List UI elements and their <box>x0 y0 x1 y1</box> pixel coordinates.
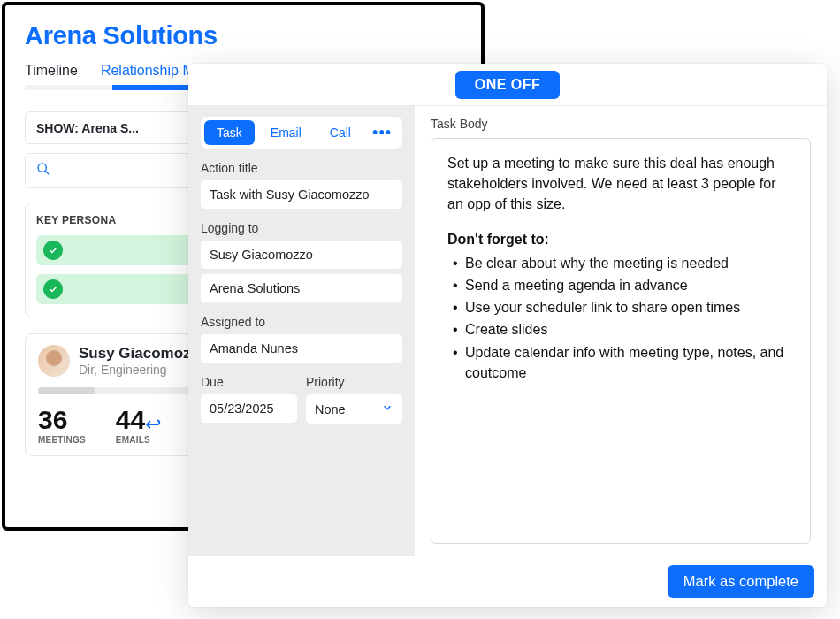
stat-meetings-label: MEETINGS <box>38 435 86 445</box>
priority-value: None <box>315 402 346 416</box>
search-icon <box>36 162 50 180</box>
assigned-to-input[interactable]: Amanda Nunes <box>201 334 402 363</box>
type-tab-call[interactable]: Call <box>317 120 363 145</box>
chevron-down-icon <box>381 401 393 416</box>
task-body-item: Create slides <box>451 319 794 340</box>
avatar <box>38 345 70 377</box>
logging-to-contact[interactable]: Susy Giacomozzo <box>201 241 402 269</box>
svg-line-1 <box>45 171 49 174</box>
assigned-to-label: Assigned to <box>201 315 402 329</box>
logging-to-label: Logging to <box>201 221 402 235</box>
type-tab-email[interactable]: Email <box>258 120 314 145</box>
task-body-item: Be clear about why the meeting is needed <box>451 253 794 273</box>
logging-to-account[interactable]: Arena Solutions <box>201 274 402 302</box>
mark-complete-button[interactable]: Mark as complete <box>668 565 814 598</box>
one-off-bar: ONE OFF <box>188 64 827 106</box>
stat-emails-label: EMAILS <box>116 435 150 445</box>
priority-label: Priority <box>306 375 402 389</box>
task-body-column: Task Body Set up a meeting to make sure … <box>415 106 827 556</box>
action-title-input[interactable]: Task with Susy Giacomozzo <box>201 180 402 209</box>
task-body-item: Use your scheduler link to share open ti… <box>451 297 794 317</box>
stat-meetings: 36 MEETINGS <box>38 407 86 445</box>
due-label: Due <box>201 375 297 389</box>
account-title: Arena Solutions <box>25 21 462 50</box>
more-icon[interactable]: ••• <box>372 124 392 142</box>
task-body-intro: Set up a meeting to make sure this deal … <box>447 153 794 215</box>
task-body-item: Update calendar info with meeting type, … <box>451 342 794 383</box>
task-panel: ONE OFF Task Email Call ••• Action title… <box>188 64 827 607</box>
check-icon <box>43 279 63 299</box>
stat-meetings-num: 36 <box>38 407 86 433</box>
task-body-textarea[interactable]: Set up a meeting to make sure this deal … <box>431 138 811 544</box>
task-form-column: Task Email Call ••• Action title Task wi… <box>188 106 415 556</box>
task-body-label: Task Body <box>431 117 811 131</box>
reply-icon: ↩ <box>145 413 161 436</box>
footer-row: Mark as complete <box>188 556 827 607</box>
due-input[interactable]: 05/23/2025 <box>201 394 297 423</box>
task-body-list: Be clear about why the meeting is needed… <box>447 253 794 383</box>
filter-label: SHOW: Arena S... <box>36 121 139 135</box>
task-body-item: Send a meeting agenda in advance <box>451 275 794 295</box>
type-tab-task[interactable]: Task <box>204 120 255 145</box>
task-body-subheading: Don't forget to: <box>447 229 794 249</box>
check-icon <box>43 241 63 260</box>
one-off-button[interactable]: ONE OFF <box>455 71 561 99</box>
svg-point-0 <box>38 164 46 172</box>
action-title-label: Action title <box>201 161 402 175</box>
action-type-tabs: Task Email Call ••• <box>201 117 402 149</box>
stat-emails: 44 EMAILS ↩ <box>116 407 161 445</box>
priority-select[interactable]: None <box>306 394 402 424</box>
